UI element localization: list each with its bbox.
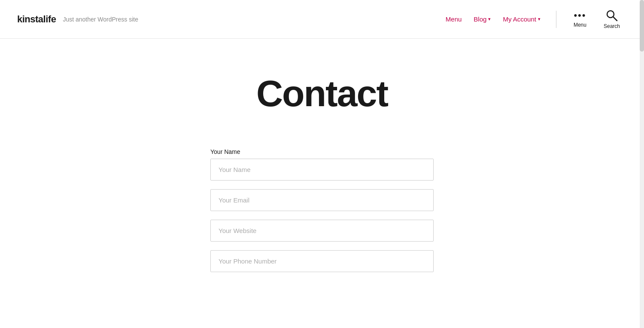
phone-field-group <box>210 250 434 272</box>
nav-menu[interactable]: Menu <box>440 12 467 26</box>
page-title: Contact <box>9 73 635 114</box>
menu-icon-label: Menu <box>574 22 586 28</box>
site-tagline: Just another WordPress site <box>63 16 138 23</box>
page-title-section: Contact <box>0 39 644 148</box>
search-icon <box>606 9 618 21</box>
scrollbar-thumb[interactable] <box>640 0 644 52</box>
main-nav: Menu Blog ▾ My Account ▾ <box>440 12 546 26</box>
email-field-group <box>210 189 434 211</box>
search-icon-label: Search <box>604 23 620 29</box>
header-divider <box>556 11 556 28</box>
email-input[interactable] <box>210 189 434 211</box>
search-icon-group[interactable]: Search <box>597 6 627 33</box>
menu-icon-group[interactable]: ••• Menu <box>567 7 593 31</box>
website-input[interactable] <box>210 220 434 242</box>
nav-blog-label: Blog <box>474 15 486 23</box>
name-label: Your Name <box>210 148 434 155</box>
site-name[interactable]: kinstalife <box>17 14 56 25</box>
blog-chevron-icon: ▾ <box>488 16 491 22</box>
my-account-chevron-icon: ▾ <box>538 16 541 22</box>
contact-form: Your Name <box>193 148 451 307</box>
phone-input[interactable] <box>210 250 434 272</box>
nav-my-account-label: My Account <box>503 15 536 23</box>
svg-line-1 <box>613 17 617 21</box>
site-header: kinstalife Just another WordPress site M… <box>0 0 644 39</box>
header-right: Menu Blog ▾ My Account ▾ ••• Menu Search <box>440 6 627 33</box>
website-field-group <box>210 220 434 242</box>
scrollbar[interactable] <box>640 0 644 328</box>
name-field-group: Your Name <box>210 148 434 181</box>
dots-menu-icon: ••• <box>574 11 586 20</box>
header-left: kinstalife Just another WordPress site <box>17 14 138 25</box>
main-content: Contact Your Name <box>0 39 644 307</box>
nav-blog[interactable]: Blog ▾ <box>468 12 496 26</box>
nav-my-account[interactable]: My Account ▾ <box>498 12 546 26</box>
name-input[interactable] <box>210 159 434 181</box>
